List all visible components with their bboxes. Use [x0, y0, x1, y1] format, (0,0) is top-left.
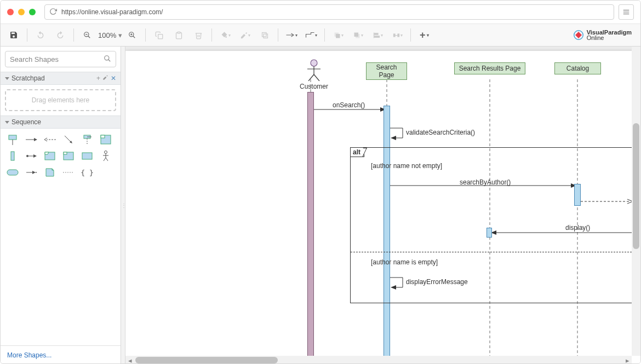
- waypoint-button[interactable]: ▾: [302, 26, 320, 44]
- participant-search-page[interactable]: Search Page: [366, 62, 407, 80]
- shape-diag-arrow[interactable]: [61, 133, 76, 146]
- toback-button[interactable]: ▾: [349, 26, 367, 44]
- shadow-button[interactable]: [256, 26, 273, 44]
- alt-divider: [351, 252, 640, 252]
- svg-rect-47: [64, 152, 67, 154]
- msg-onsearch[interactable]: onSearch(): [333, 101, 365, 109]
- vp-logo-icon: [574, 30, 583, 40]
- shape-divider[interactable]: [61, 166, 76, 179]
- distribute-button[interactable]: ▾: [388, 26, 406, 44]
- svg-marker-31: [34, 138, 37, 141]
- window-controls: [7, 9, 36, 15]
- caret-down-icon: [5, 77, 9, 80]
- save-button[interactable]: [5, 26, 22, 44]
- svg-rect-16: [336, 34, 340, 38]
- svg-line-75: [308, 74, 314, 81]
- shape-frame2[interactable]: [42, 149, 58, 163]
- redo-button[interactable]: [51, 26, 69, 44]
- zoom-in-button[interactable]: [123, 26, 141, 44]
- scroll-left-icon[interactable]: ◂: [125, 356, 134, 365]
- svg-line-53: [106, 158, 108, 161]
- svg-line-7: [133, 36, 135, 38]
- svg-point-72: [311, 60, 317, 66]
- participant-catalog[interactable]: Catalog: [554, 62, 601, 74]
- shape-self[interactable]: [24, 149, 39, 163]
- alt-fragment[interactable]: alt: [350, 147, 640, 303]
- participant-results-page[interactable]: Search Results Page: [454, 62, 525, 74]
- close-icon[interactable]: ✕: [111, 74, 116, 82]
- paste-button[interactable]: [170, 26, 187, 44]
- guard-not-empty[interactable]: [author name not empty]: [371, 162, 442, 170]
- shape-note[interactable]: [42, 166, 58, 179]
- caret-down-icon: [5, 121, 9, 124]
- activation-customer[interactable]: [307, 92, 314, 364]
- add-icon[interactable]: +: [96, 74, 100, 82]
- scratchpad-dropzone[interactable]: Drag elements here: [5, 89, 116, 111]
- svg-line-33: [65, 136, 71, 142]
- address-bar[interactable]: https://online.visual-paradigm.com/: [44, 4, 614, 20]
- edit-icon[interactable]: [102, 74, 108, 82]
- more-shapes-link[interactable]: More Shapes...: [1, 345, 121, 364]
- reload-icon[interactable]: [49, 8, 57, 17]
- shape-actor[interactable]: [98, 149, 113, 163]
- toolbar: 100% ▾ ▾ ▾ ▾ ▾ ▾ ▾ ▾ ▾ +▾: [1, 24, 640, 47]
- shape-continuation[interactable]: [5, 166, 20, 179]
- shape-constraint[interactable]: { }: [79, 166, 95, 179]
- scratchpad-header[interactable]: Scratchpad + ✕: [1, 72, 121, 85]
- vertical-scrollbar[interactable]: [632, 47, 640, 356]
- delete-button[interactable]: [190, 26, 207, 44]
- canvas[interactable]: Customer Search Page Search Results Page…: [125, 47, 640, 364]
- zoom-value[interactable]: 100%: [97, 31, 117, 39]
- sidebar-resize-handle[interactable]: ⋮: [121, 47, 125, 364]
- shape-arrow-open[interactable]: [42, 133, 58, 146]
- zoom-out-button[interactable]: [78, 26, 96, 44]
- horizontal-scrollbar[interactable]: ◂ ▸: [125, 356, 632, 364]
- svg-rect-21: [375, 36, 380, 37]
- fill-button[interactable]: ▾: [216, 26, 234, 44]
- maximize-window[interactable]: [29, 9, 36, 15]
- msg-displayerror[interactable]: displayErrorMessage: [406, 278, 468, 286]
- tofront-button[interactable]: ▾: [329, 26, 347, 44]
- shape-activation[interactable]: [5, 149, 20, 163]
- align-button[interactable]: ▾: [369, 26, 386, 44]
- shape-rect[interactable]: [79, 149, 95, 163]
- undo-button[interactable]: [32, 26, 49, 44]
- copy-button[interactable]: [150, 26, 168, 44]
- svg-marker-56: [32, 171, 36, 174]
- svg-rect-12: [262, 32, 266, 37]
- shape-found[interactable]: [79, 133, 95, 146]
- svg-rect-48: [82, 153, 92, 159]
- menu-button[interactable]: [619, 4, 634, 20]
- actor-customer[interactable]: Customer: [300, 59, 328, 90]
- svg-rect-54: [7, 170, 18, 175]
- svg-line-76: [314, 74, 319, 81]
- msg-searchbyauthor[interactable]: searchByAuthor(): [460, 178, 511, 186]
- svg-line-4: [88, 36, 90, 38]
- close-window[interactable]: [7, 9, 14, 15]
- guard-empty[interactable]: [author name is empty]: [371, 258, 438, 266]
- msg-display[interactable]: display(): [565, 224, 590, 232]
- shape-arrow-solid[interactable]: [24, 133, 39, 146]
- actor-icon: [303, 59, 325, 81]
- shape-frame[interactable]: [98, 133, 113, 146]
- svg-rect-20: [375, 33, 378, 34]
- alt-operator-label: alt: [350, 147, 364, 157]
- scrollbar-thumb[interactable]: [135, 357, 278, 363]
- add-button[interactable]: +▾: [415, 26, 433, 44]
- svg-rect-18: [354, 32, 358, 37]
- stroke-button[interactable]: ▾: [236, 26, 254, 44]
- shape-lifeline[interactable]: [5, 133, 20, 146]
- sequence-header[interactable]: Sequence: [1, 115, 121, 129]
- svg-marker-65: [391, 136, 396, 140]
- zoom-dropdown-icon[interactable]: ▾: [118, 31, 122, 39]
- shape-frame3[interactable]: [61, 149, 76, 163]
- minimize-window[interactable]: [18, 9, 25, 15]
- msg-validate[interactable]: validateSearchCriteria(): [406, 129, 475, 136]
- scrollbar-thumb[interactable]: [633, 123, 639, 249]
- search-shapes-input[interactable]: Search Shapes: [5, 51, 116, 67]
- brand-logo[interactable]: VisualParadigmOnline: [574, 30, 636, 41]
- sidebar: Search Shapes Scratchpad + ✕ Drag elemen…: [1, 47, 121, 364]
- shape-lost[interactable]: [24, 166, 39, 179]
- connector-button[interactable]: ▾: [283, 26, 300, 44]
- scroll-right-icon[interactable]: ▸: [623, 356, 632, 365]
